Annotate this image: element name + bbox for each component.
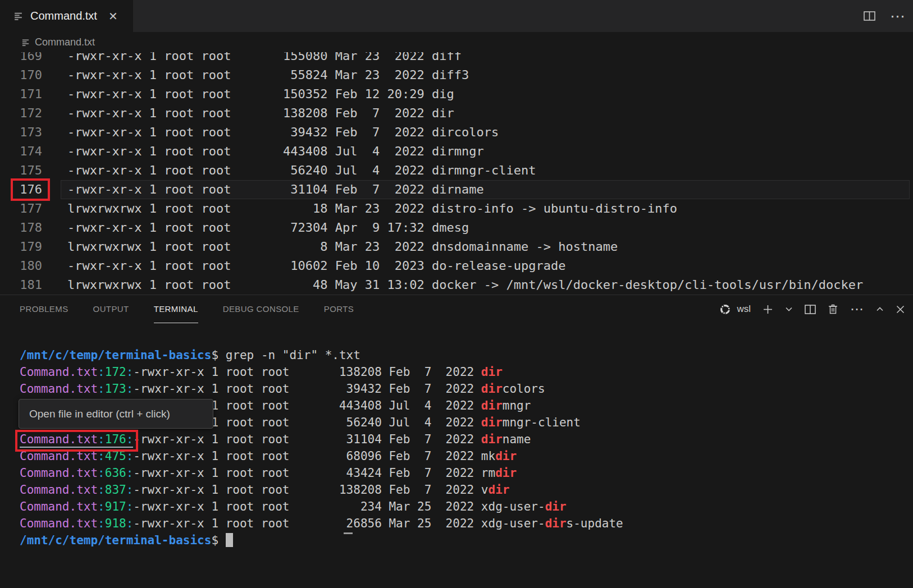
line-number[interactable]: 174 <box>0 142 42 161</box>
terminal-row: Command.txt:918:-rwxr-xr-x 1 root root 2… <box>20 515 913 532</box>
editor-line: 170-rwxr-xr-x 1 root root 55824 Mar 23 2… <box>0 66 913 85</box>
maximize-panel-icon[interactable] <box>876 306 884 312</box>
match-text: dir <box>481 365 503 379</box>
terminal-profile[interactable]: wsl <box>718 302 751 316</box>
separator: : <box>126 483 134 497</box>
line-number[interactable]: 173 <box>0 123 42 142</box>
match-text: dir <box>481 433 503 446</box>
line-text: -rwxr-xr-x 1 root root 138208 Feb 7 2022… <box>67 104 454 123</box>
match-text: dir <box>495 449 517 463</box>
match-post: mngr-client <box>503 416 581 429</box>
row-text: -rwxr-xr-x 1 root root 26856 Mar 25 2022 <box>133 517 481 530</box>
row-text: -rwxr-xr-x 1 root root 234 Mar 25 2022 <box>133 500 481 513</box>
editor-line: 179lrwxrwxrwx 1 root root 8 Mar 23 2022 … <box>0 237 913 256</box>
panel-tab-problems[interactable]: PROBLEMS <box>20 295 69 323</box>
editor-line: 177lrwxrwxrwx 1 root root 18 Mar 23 2022… <box>0 199 913 218</box>
row-text: -rwxr-xr-x 1 root root 43424 Feb 7 2022 <box>133 466 481 480</box>
new-terminal-icon[interactable] <box>763 304 773 315</box>
line-number[interactable]: 172 <box>0 104 42 123</box>
editor-line: 172-rwxr-xr-x 1 root root 138208 Feb 7 2… <box>0 104 913 123</box>
match-post: colors <box>503 382 545 396</box>
separator: : <box>98 517 105 530</box>
vscode-window: Command.txt ✕ ⋯ Command.txt 169-rwxr-xr-… <box>0 0 913 588</box>
separator: : <box>126 382 134 396</box>
text-file-icon <box>13 11 23 21</box>
tab-command-txt[interactable]: Command.txt ✕ <box>0 0 133 32</box>
split-editor-icon[interactable] <box>864 11 875 21</box>
kill-terminal-icon[interactable] <box>828 304 838 315</box>
separator: : <box>126 517 134 530</box>
match-pre: xdg-user- <box>481 517 545 530</box>
row-text: -rwxr-xr-x 1 root root 39432 Feb 7 2022 <box>133 382 481 396</box>
editor-pane[interactable]: 169-rwxr-xr-x 1 root root 155080 Mar 23 … <box>0 52 913 295</box>
line-text: -rwxr-xr-x 1 root root 56240 Jul 4 2022 … <box>67 161 536 180</box>
line-number[interactable]: 180 <box>0 256 42 275</box>
file-link[interactable]: Command.txt:917: <box>20 500 133 513</box>
file-link[interactable]: Command.txt:636: <box>20 466 133 480</box>
file-link[interactable]: Command.txt:918: <box>20 517 133 530</box>
line-text: -rwxr-xr-x 1 root root 55824 Mar 23 2022… <box>67 66 469 85</box>
terminal-view[interactable]: /mnt/c/temp/terminal-basics$ grep -n "di… <box>0 323 913 588</box>
line-ref: 173 <box>105 382 126 396</box>
panel-tab-debug-console[interactable]: DEBUG CONSOLE <box>223 295 299 323</box>
panel-more-icon[interactable]: ⋯ <box>850 301 864 317</box>
line-number[interactable]: 181 <box>0 275 42 295</box>
annotation-box-editor-176 <box>11 178 50 201</box>
line-ref: 918 <box>105 517 126 530</box>
file-link[interactable]: Command.txt:173: <box>20 382 133 396</box>
line-text: -rwxr-xr-x 1 root root 10602 Feb 10 2023… <box>67 256 565 275</box>
terminal-row: Command.txt:176:-rwxr-xr-x 1 root root 3… <box>20 431 913 448</box>
line-text: -rwxr-xr-x 1 root root 39432 Feb 7 2022 … <box>67 123 499 142</box>
terminal-row: Command.txt:173:-rwxr-xr-x 1 root root 3… <box>20 380 913 397</box>
match-text: dir <box>545 517 567 530</box>
breadcrumb[interactable]: Command.txt <box>0 32 913 52</box>
separator: : <box>98 466 105 480</box>
editor-tab-strip: Command.txt ✕ ⋯ <box>0 0 913 32</box>
line-number[interactable]: 171 <box>0 85 42 104</box>
match-pre: xdg-user- <box>481 500 545 513</box>
match-post: mngr <box>503 399 531 412</box>
row-text: -rwxr-xr-x 1 root root 68096 Feb 7 2022 <box>133 449 481 463</box>
file-link[interactable]: Command.txt:837: <box>20 483 133 497</box>
more-actions-icon[interactable]: ⋯ <box>890 7 906 25</box>
line-number[interactable]: 179 <box>0 237 42 256</box>
file-name: Command.txt <box>20 365 98 379</box>
separator: : <box>126 466 134 480</box>
split-terminal-icon[interactable] <box>805 305 816 314</box>
line-ref: 172 <box>105 365 126 379</box>
file-name: Command.txt <box>20 517 98 530</box>
panel-actions: wsl <box>718 295 905 323</box>
prompt-symbol: $ <box>211 348 218 362</box>
editor-lines: 169-rwxr-xr-x 1 root root 155080 Mar 23 … <box>0 52 913 295</box>
panel-tab-ports[interactable]: PORTS <box>324 295 354 323</box>
text-file-icon <box>21 38 30 47</box>
separator: : <box>98 483 105 497</box>
editor-line: 171-rwxr-xr-x 1 root root 150352 Feb 12 … <box>0 85 913 104</box>
editor-line: 174-rwxr-xr-x 1 root root 443408 Jul 4 2… <box>0 142 913 161</box>
match-text: dir <box>481 399 503 412</box>
file-link[interactable]: Command.txt:172: <box>20 365 133 379</box>
match-pre: v <box>481 483 489 497</box>
tab-close-icon[interactable]: ✕ <box>108 11 118 22</box>
terminal-row: Command.txt:837:-rwxr-xr-x 1 root root 1… <box>20 481 913 498</box>
row-text: -rwxr-xr-x 1 root root 31104 Feb 7 2022 <box>133 433 481 446</box>
line-number[interactable]: 170 <box>0 66 42 85</box>
match-text: dir <box>489 483 510 497</box>
ubuntu-logo-icon <box>718 302 732 316</box>
panel-tab-terminal[interactable]: TERMINAL <box>154 295 198 323</box>
file-name: Command.txt <box>20 483 98 497</box>
panel-tab-output[interactable]: OUTPUT <box>93 295 129 323</box>
close-panel-icon[interactable] <box>896 305 905 314</box>
line-number[interactable]: 175 <box>0 161 42 180</box>
editor-line: 178-rwxr-xr-x 1 root root 72304 Apr 9 17… <box>0 218 913 237</box>
editor-line: 181lrwxrwxrwx 1 root root 48 May 31 13:0… <box>0 275 913 295</box>
match-pre: rm <box>481 466 495 480</box>
line-number[interactable]: 169 <box>0 52 42 66</box>
line-number[interactable]: 177 <box>0 199 42 218</box>
file-name: Command.txt <box>20 382 98 396</box>
line-text: -rwxr-xr-x 1 root root 72304 Apr 9 17:32… <box>67 218 469 237</box>
terminal-profile-label: wsl <box>737 304 751 315</box>
terminal-dropdown-icon[interactable] <box>785 306 793 312</box>
match-post: s-update <box>567 517 623 530</box>
line-number[interactable]: 178 <box>0 218 42 237</box>
